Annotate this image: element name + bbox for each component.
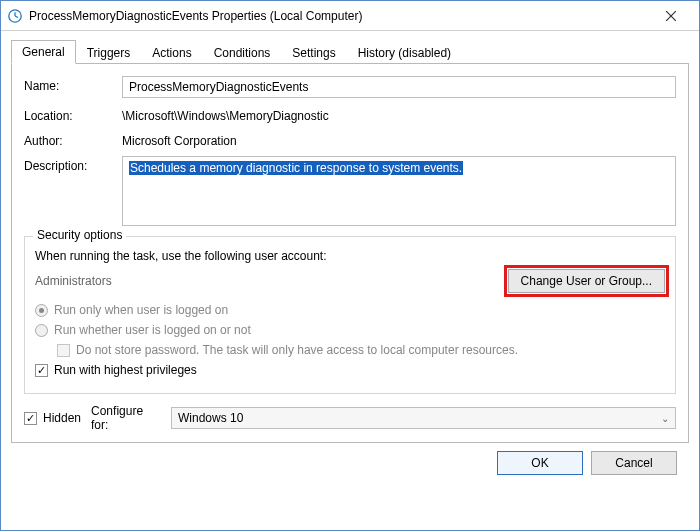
run-highest-label: Run with highest privileges xyxy=(54,363,197,377)
description-selected-text: Schedules a memory diagnostic in respons… xyxy=(129,161,463,175)
hidden-label: Hidden xyxy=(43,411,81,425)
window-title: ProcessMemoryDiagnosticEvents Properties… xyxy=(29,9,651,23)
close-button[interactable] xyxy=(651,2,691,30)
configure-for-value: Windows 10 xyxy=(178,411,243,425)
location-value: \Microsoft\Windows\MemoryDiagnostic xyxy=(122,106,676,123)
cancel-button[interactable]: Cancel xyxy=(591,451,677,475)
general-panel: Name: Location: \Microsoft\Windows\Memor… xyxy=(11,63,689,443)
hidden-checkbox[interactable] xyxy=(24,412,37,425)
author-label: Author: xyxy=(24,131,122,148)
no-store-password-checkbox xyxy=(57,344,70,357)
description-input[interactable]: Schedules a memory diagnostic in respons… xyxy=(122,156,676,226)
no-store-password-label: Do not store password. The task will onl… xyxy=(76,343,518,357)
location-label: Location: xyxy=(24,106,122,123)
ok-button[interactable]: OK xyxy=(497,451,583,475)
security-legend: Security options xyxy=(33,228,126,242)
tab-actions[interactable]: Actions xyxy=(141,41,202,64)
run-highest-checkbox[interactable] xyxy=(35,364,48,377)
configure-for-label: Configure for: xyxy=(91,404,161,432)
chevron-down-icon: ⌄ xyxy=(661,413,669,424)
tab-triggers[interactable]: Triggers xyxy=(76,41,142,64)
name-input[interactable] xyxy=(122,76,676,98)
tab-settings[interactable]: Settings xyxy=(281,41,346,64)
run-whether-label: Run whether user is logged on or not xyxy=(54,323,251,337)
description-label: Description: xyxy=(24,156,122,173)
configure-for-select[interactable]: Windows 10 ⌄ xyxy=(171,407,676,429)
author-value: Microsoft Corporation xyxy=(122,131,676,148)
security-options-group: Security options When running the task, … xyxy=(24,236,676,394)
when-running-label: When running the task, use the following… xyxy=(35,249,665,263)
run-logged-on-label: Run only when user is logged on xyxy=(54,303,228,317)
run-logged-on-radio xyxy=(35,304,48,317)
run-whether-radio xyxy=(35,324,48,337)
user-account-value: Administrators xyxy=(35,274,500,288)
tab-history[interactable]: History (disabled) xyxy=(347,41,462,64)
tab-conditions[interactable]: Conditions xyxy=(203,41,282,64)
change-user-button[interactable]: Change User or Group... xyxy=(508,269,665,293)
svg-line-2 xyxy=(15,16,18,18)
tab-general[interactable]: General xyxy=(11,40,76,64)
name-label: Name: xyxy=(24,76,122,93)
clock-icon xyxy=(7,8,23,24)
tab-strip: General Triggers Actions Conditions Sett… xyxy=(11,39,689,63)
